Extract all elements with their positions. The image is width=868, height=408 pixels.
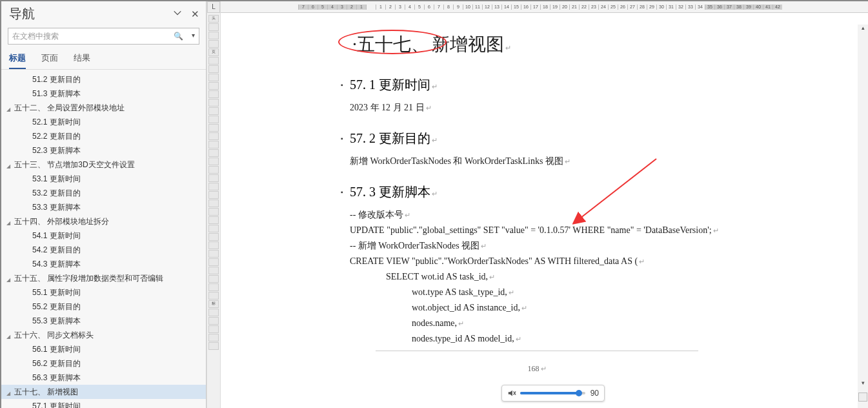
nav-item[interactable]: 五十四、 外部模块地址拆分 [1,214,206,229]
nav-item[interactable]: 53.3 更新脚本 [1,200,206,214]
ruler-tick: 3 [337,5,347,10]
ruler-tick: 13 [492,5,501,10]
nav-item[interactable]: 56.2 更新目的 [1,356,206,371]
document-viewport[interactable]: ·五十七、 新增视图↵ 57. 1 更新时间↵ 2023 年 12 月 21 日… [221,13,868,408]
paragraph-mark-icon: ↵ [521,304,527,312]
nav-item[interactable]: 55.1 更新时间 [1,285,206,300]
vruler-mark [208,233,219,241]
nav-item[interactable]: 56.3 更新脚本 [1,371,206,385]
close-icon[interactable]: ✕ [191,8,199,20]
heading-1: ·五十七、 新增视图↵ [350,32,724,57]
tab-pages[interactable]: 页面 [41,52,58,69]
nav-item[interactable]: 五十七、 新增视图 [1,385,206,399]
ruler-tick: 6 [308,5,318,10]
ruler-tick: 15 [511,5,521,10]
ruler-tick: 21 [569,5,579,10]
vruler-mark [208,57,219,65]
nav-item[interactable]: 55.2 更新目的 [1,300,206,314]
search-input[interactable] [8,29,199,43]
nav-item[interactable]: 56.1 更新时间 [1,342,206,356]
nav-item[interactable]: 52.2 更新目的 [1,129,206,143]
horizontal-ruler[interactable]: 7654321123456789101112131415161718192021… [221,1,868,13]
view-options-icon[interactable] [858,393,867,402]
ruler-tick: 26 [618,5,627,10]
nav-item[interactable]: 57.1 更新时间 [1,399,206,408]
scroll-up-icon[interactable]: ▴ [858,25,868,35]
volume-slider[interactable] [520,392,585,394]
nav-item[interactable]: 52.3 更新脚本 [1,143,206,158]
ruler-tick: 17 [530,5,540,10]
ruler-tick: 5 [414,5,424,10]
vruler-mark [208,174,219,182]
vruler-mark [208,283,219,291]
nav-search[interactable]: 🔍 ▾ [8,28,199,45]
vruler-mark [208,191,219,199]
vertical-scrollbar[interactable]: ▴ ▾ [858,25,868,408]
volume-value: 90 [590,389,599,398]
scroll-down-icon[interactable]: ▾ [858,380,868,390]
vruler-mark [208,99,219,107]
paragraph-mark-icon: ↵ [481,242,487,250]
nav-item[interactable]: 54.1 更新时间 [1,229,206,243]
nav-tree[interactable]: 51.2 更新目的51.3 更新脚本五十二、 全局设置外部模块地址52.1 更新… [1,70,206,408]
vruler-mark [208,82,219,90]
nav-item[interactable]: 五十五、 属性字段增加数据类型和可否编辑 [1,271,206,285]
nav-item[interactable]: 51.3 更新脚本 [1,87,206,101]
volume-overlay[interactable]: 90 [501,385,605,402]
vruler-mark: 页 [208,48,219,56]
volume-thumb[interactable] [576,390,582,396]
ruler-tick: 14 [501,5,511,10]
ruler-tick: 40 [753,5,763,10]
body-text: CREATE VIEW "public"."WorkOrderTaskNodes… [350,254,724,269]
ruler-tick [366,5,376,10]
chevron-down-icon[interactable] [173,8,182,20]
paragraph-mark-icon: ↵ [505,44,511,52]
body-text: nodes.name,↵ [350,316,724,331]
ruler-tick: 4 [405,5,414,10]
paragraph-mark-icon: ↵ [426,104,432,112]
vruler-mark [208,208,219,216]
ruler-tick: 10 [463,5,472,10]
ruler-tick: 32 [676,5,685,10]
speaker-muted-icon[interactable] [507,389,516,398]
ruler-tick: 2 [385,5,395,10]
vruler-mark [208,141,219,148]
vruler-mark [208,241,219,249]
vruler-mark [208,107,219,115]
vruler-mark [208,158,219,165]
nav-item[interactable]: 54.3 更新脚本 [1,257,206,271]
nav-item[interactable]: 52.1 更新时间 [1,115,206,129]
vruler-mark [208,23,219,31]
paragraph-mark-icon: ↵ [432,83,438,90]
search-icon[interactable]: 🔍 [174,32,183,41]
vertical-ruler: L 头页标 [207,1,221,408]
paragraph-mark-icon: ↵ [458,320,464,327]
tab-stop-selector[interactable]: L [207,1,220,13]
body-text: wot.type AS task_type_id,↵ [350,285,724,300]
nav-item[interactable]: 53.1 更新时间 [1,172,206,186]
ruler-tick: 5 [318,5,327,10]
ruler-tick: 7 [434,5,443,10]
nav-item[interactable]: 55.3 更新脚本 [1,314,206,328]
ruler-tick: 31 [666,5,676,10]
nav-item[interactable]: 53.2 更新目的 [1,186,206,200]
nav-item[interactable]: 五十二、 全局设置外部模块地址 [1,101,206,115]
ruler-tick: 3 [395,5,405,10]
paragraph-mark-icon: ↵ [713,227,719,234]
tab-results[interactable]: 结果 [74,52,90,69]
nav-item[interactable]: 54.2 更新目的 [1,243,206,257]
tab-headings[interactable]: 标题 [9,52,26,69]
vruler-mark: 头 [208,15,219,23]
body-text: 2023 年 12 月 21 日↵ [350,100,724,116]
ruler-tick: 34 [695,5,705,10]
ruler-tick: 41 [763,5,772,10]
paragraph-mark-icon: ↵ [509,289,514,296]
ruler-tick: 37 [724,5,734,10]
nav-item[interactable]: 五十六、 同步文档标头 [1,328,206,342]
body-text: -- 修改版本号↵ [350,207,724,223]
search-dropdown-icon[interactable]: ▾ [192,32,195,39]
vruler-mark [208,65,219,73]
nav-item[interactable]: 51.2 更新目的 [1,72,206,87]
nav-item[interactable]: 五十三、 节点增加3D天空文件设置 [1,158,206,172]
paragraph-mark-icon: ↵ [432,190,438,198]
